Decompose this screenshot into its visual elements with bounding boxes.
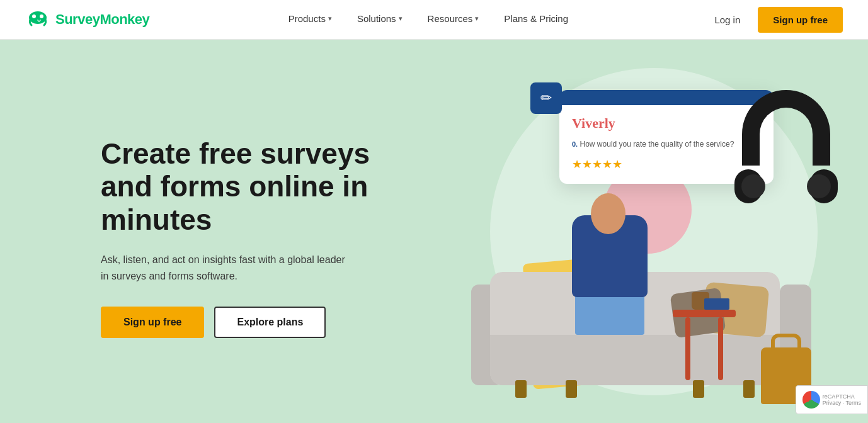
books (704, 298, 729, 310)
nav-products[interactable]: Products ▾ (276, 0, 345, 40)
solutions-chevron-icon: ▾ (399, 14, 403, 23)
person-couch-illustration (452, 108, 818, 423)
nav-plans[interactable]: Plans & Pricing (491, 0, 581, 40)
logo[interactable]: SurveyMonkey (25, 10, 149, 29)
table-leg-1 (685, 317, 690, 380)
recaptcha-logo-icon (802, 391, 820, 409)
hero-subtitle: Ask, listen, and act on insights fast wi… (101, 252, 353, 284)
couch-leg-2 (566, 380, 577, 398)
navbar-nav: Products ▾ Solutions ▾ Resources ▾ Plans… (276, 0, 581, 40)
couch-leg-3 (743, 380, 755, 398)
logo-text: SurveyMonkey (55, 11, 149, 28)
svg-point-0 (29, 11, 47, 24)
couch-seat (490, 335, 780, 385)
hero-content: Create free surveys and forms online in … (101, 125, 428, 339)
nav-resources[interactable]: Resources ▾ (415, 0, 492, 40)
navbar: SurveyMonkey Products ▾ Solutions ▾ Reso… (0, 0, 868, 40)
couch-leg-1 (515, 380, 527, 398)
hero-signup-button[interactable]: Sign up free (101, 307, 204, 338)
signup-nav-button[interactable]: Sign up free (758, 7, 843, 33)
table-top (673, 310, 736, 317)
products-chevron-icon: ▾ (328, 14, 332, 23)
logo-icon (25, 10, 50, 29)
hero-illustration: Viverly 0. How would you rate the qualit… (427, 40, 868, 423)
hero-section: Create free surveys and forms online in … (0, 40, 868, 423)
svg-point-1 (32, 14, 36, 18)
navbar-right: Log in Sign up free (707, 7, 843, 33)
svg-point-2 (40, 14, 43, 18)
navbar-left: SurveyMonkey (25, 10, 149, 29)
bag-handle (771, 334, 801, 349)
person-head (591, 193, 625, 234)
nav-solutions[interactable]: Solutions ▾ (345, 0, 415, 40)
table-leg-2 (718, 317, 723, 380)
hero-buttons: Sign up free Explore plans (101, 307, 428, 338)
resources-chevron-icon: ▾ (475, 14, 479, 23)
hero-explore-button[interactable]: Explore plans (214, 307, 326, 338)
recaptcha-badge: reCAPTCHA Privacy · Terms (796, 385, 868, 414)
side-table (673, 310, 736, 385)
login-button[interactable]: Log in (707, 9, 748, 30)
hero-title: Create free surveys and forms online in … (101, 137, 428, 237)
recaptcha-text: reCAPTCHA Privacy · Terms (823, 393, 861, 406)
